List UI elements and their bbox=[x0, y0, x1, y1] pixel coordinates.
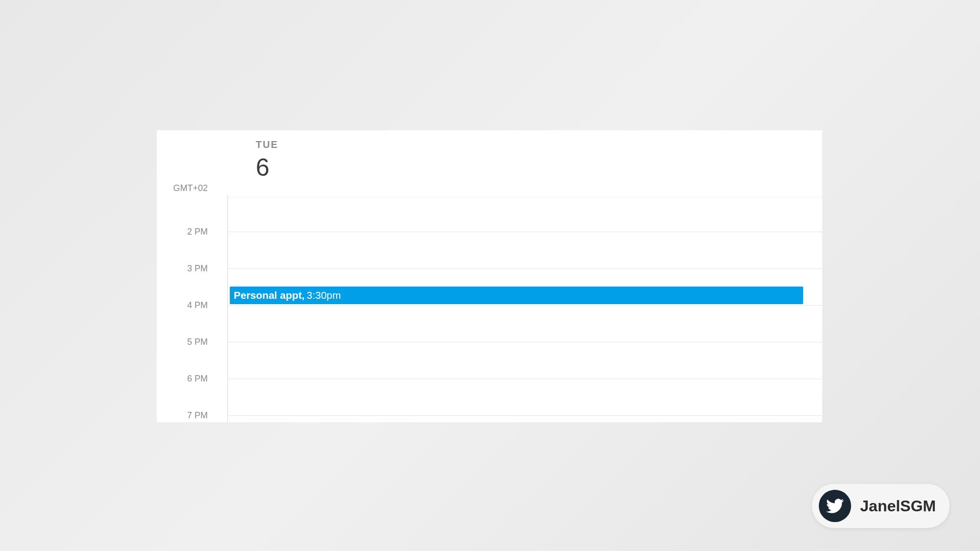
hour-line bbox=[228, 268, 822, 269]
attribution-handle: JanelSGM bbox=[860, 497, 936, 515]
calendar-day-view: GMT+02 TUE 6 2 PM 3 PM 4 PM 5 PM 6 PM 7 … bbox=[157, 130, 822, 422]
time-labels-column: 2 PM 3 PM 4 PM 5 PM 6 PM 7 PM bbox=[157, 195, 227, 422]
twitter-icon bbox=[819, 490, 851, 522]
calendar-event-personal-appt[interactable]: Personal appt, 3:30pm bbox=[230, 287, 803, 304]
hour-line bbox=[228, 197, 822, 197]
attribution-badge[interactable]: JanelSGM bbox=[812, 484, 950, 528]
day-of-week: TUE bbox=[256, 139, 278, 150]
time-label-4pm: 4 PM bbox=[187, 300, 208, 311]
timezone-label: GMT+02 bbox=[173, 183, 208, 193]
hour-line bbox=[228, 342, 822, 342]
time-label-6pm: 6 PM bbox=[187, 374, 208, 384]
event-time: 3:30pm bbox=[307, 289, 341, 301]
hour-line bbox=[228, 415, 822, 416]
event-title: Personal appt, bbox=[234, 289, 305, 301]
hour-line bbox=[228, 379, 822, 379]
time-label-7pm: 7 PM bbox=[187, 410, 208, 421]
time-grid[interactable]: 2 PM 3 PM 4 PM 5 PM 6 PM 7 PM Personal a… bbox=[157, 195, 822, 422]
hour-line bbox=[228, 305, 822, 306]
day-number: 6 bbox=[256, 155, 270, 180]
hour-line bbox=[228, 232, 822, 232]
timezone-column: GMT+02 bbox=[157, 130, 227, 195]
calendar-header: GMT+02 TUE 6 bbox=[157, 130, 822, 195]
day-header[interactable]: TUE 6 bbox=[227, 130, 278, 195]
time-label-2pm: 2 PM bbox=[187, 227, 208, 237]
event-column[interactable]: Personal appt, 3:30pm bbox=[227, 195, 822, 422]
time-label-3pm: 3 PM bbox=[187, 264, 208, 274]
time-label-5pm: 5 PM bbox=[187, 337, 208, 347]
